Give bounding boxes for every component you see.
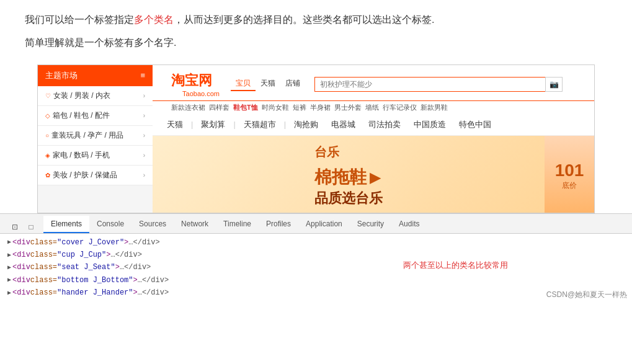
toy-icon: ○ [45,132,49,139]
expand-icon-3[interactable]: ▶ [7,262,11,273]
taobao-header: 淘宝网 Taobao.com 宝贝 天猫 店铺 📷 [153,65,594,101]
link-xiebao[interactable]: 鞋包T恤 [233,103,258,112]
dom-val-5: "hander J_Hander" [57,286,133,299]
dom-tag-4: <div [12,274,30,286]
chevron-right-icon-3: › [143,132,145,139]
text-prefix: 我们可以给一个标签指定 [25,14,134,25]
sidebar-item-4[interactable]: ◈家电 / 数码 / 手机 › [38,146,153,166]
taobao-sidebar: 主题市场 ≡ ♡女装 / 男装 / 内衣 › ◇箱包 / 鞋包 / 配件 › ○… [38,65,153,213]
quick-links: 新款连衣裙 四样套 鞋包T恤 时尚女鞋 短裤 半身裙 男士外套 墙纸 行车记录仪… [153,101,594,114]
tab-sources[interactable]: Sources [131,216,174,233]
link-banskirt[interactable]: 半身裙 [310,103,331,112]
dom-tag-5: <div [12,286,30,299]
taobao-logo-area: 淘宝网 Taobao.com [171,71,231,97]
dom-attr-2: class= [30,249,57,261]
navbar-zhizao[interactable]: 中国质造 [409,117,451,132]
tab-timeline[interactable]: Timeline [216,216,259,233]
link-lianyi[interactable]: 新款连衣裙 [171,103,205,112]
search-input[interactable] [314,77,563,92]
tab-network[interactable]: Network [174,216,216,233]
dom-tag-3: <div [12,261,30,273]
dom-close-3: > [115,261,120,273]
dom-attr-5: class= [30,286,57,299]
screenshot-frame: 主题市场 ≡ ♡女装 / 男装 / 内衣 › ◇箱包 / 鞋包 / 配件 › ○… [37,64,595,213]
chevron-right-icon-1: › [143,92,145,99]
dom-val-3: "seat J_Seat" [57,261,115,273]
dom-attr-1: class= [30,236,57,249]
inspect-icon[interactable]: ⊡ [9,221,21,233]
dom-close-1: > [124,236,128,249]
nav-item-tianmao[interactable]: 天猫 [256,77,280,91]
sidebar-item-5-text: 美妆 / 护肤 / 保健品 [53,171,117,179]
text-area: 我们可以给一个标签指定多个类名，从而达到更多的选择目的。这些类名都可以选出这个标… [0,0,632,58]
sidebar-item-5[interactable]: ✿美妆 / 护肤 / 保健品 › [38,166,153,185]
expand-icon-4[interactable]: ▶ [7,275,11,285]
dom-ellipsis-4: …</div> [138,274,169,286]
tab-security[interactable]: Security [350,216,391,233]
expand-icon-1[interactable]: ▶ [7,237,11,247]
tab-audits[interactable]: Audits [391,216,427,233]
link-siyangtao[interactable]: 四样套 [209,103,229,112]
dom-line-3: ▶ <div class= "seat J_Seat" > …</div> 两个… [7,261,625,273]
dom-ellipsis-3: …</div> [120,261,151,273]
sidebar-title: 主题市场 [45,70,78,81]
banner-area: 台乐 棉拖鞋 ▶ 品质选台乐 101 底价 [153,136,594,213]
link-duanku[interactable]: 短裤 [293,103,306,112]
dom-close-2: > [106,249,110,261]
banner-main-text: 棉拖鞋 [314,166,367,189]
dom-line-1: ▶ <div class= "cover J_Cover" > …</div> [7,236,625,249]
taobao-navbar: 天猫 | 聚划算 | 天猫超市 | 淘抢购 电器城 司法拍卖 中国质造 特色中国 [153,114,594,136]
link-shinv[interactable]: 时尚女鞋 [262,103,289,112]
navbar-pamai[interactable]: 司法拍卖 [363,117,406,132]
sidebar-menu-icon: ≡ [140,71,145,80]
link-nanshirt[interactable]: 男士外套 [334,103,362,112]
nav-item-baobei[interactable]: 宝贝 [231,77,256,91]
taobao-logo: 淘宝网 [171,71,212,90]
dom-ellipsis-1: …</div> [128,236,159,249]
banner-right: 101 底价 [545,136,594,213]
heart-icon: ♡ [45,92,51,99]
dom-val-1: "cover J_Cover" [57,236,124,249]
dom-tag-2: <div [12,249,30,261]
link-dashcam[interactable]: 行车记录仪 [383,103,417,112]
navbar-dianzicheng[interactable]: 电器城 [326,117,360,132]
text-line-2: 简单理解就是一个标签有多个名字. [25,34,607,52]
sidebar-item-2-text: 箱包 / 鞋包 / 配件 [53,111,110,120]
sidebar-item-1[interactable]: ♡女装 / 男装 / 内衣 › [38,86,153,106]
bag-icon: ◇ [45,112,50,119]
banner-main: 台乐 棉拖鞋 ▶ 品质选台乐 [153,136,545,213]
navbar-taoqianggou[interactable]: 淘抢购 [289,117,323,132]
expand-icon-5[interactable]: ▶ [7,288,11,298]
tab-application[interactable]: Application [298,216,350,233]
sidebar-item-2[interactable]: ◇箱包 / 鞋包 / 配件 › [38,106,153,126]
nav-item-dianpu[interactable]: 店铺 [280,77,305,91]
search-button[interactable]: 📷 [545,77,563,92]
expand-icon-2[interactable]: ▶ [7,250,11,260]
sidebar-item-4-text: 家电 / 数码 / 手机 [53,151,110,159]
page-container: 我们可以给一个标签指定多个类名，从而达到更多的选择目的。这些类名都可以选出这个标… [0,0,632,319]
link-wallpaper[interactable]: 墙纸 [365,103,379,112]
banner-101: 101 [555,161,584,180]
tab-profiles[interactable]: Profiles [259,216,298,233]
banner-content: 台乐 棉拖鞋 ▶ 品质选台乐 [305,136,392,213]
navbar-tianmaochao[interactable]: 天猫超市 [239,117,281,132]
navbar-tese[interactable]: 特色中国 [454,117,496,132]
navbar-tianmao[interactable]: 天猫 [162,117,188,132]
dom-close-4: > [133,274,137,286]
search-bar: 📷 [314,77,563,92]
chevron-right-icon-4: › [143,152,145,159]
devtools-content: ▶ <div class= "cover J_Cover" > …</div> … [0,234,632,302]
device-icon[interactable]: □ [25,221,37,233]
dom-ellipsis-5: …</div> [138,286,169,299]
link-newmen[interactable]: 新款男鞋 [421,103,448,112]
devtools-tabs: ⊡ □ Elements Console Sources Network Tim… [0,214,632,234]
taobao-main: 淘宝网 Taobao.com 宝贝 天猫 店铺 📷 新款连衣裙 [153,65,594,213]
navbar-juhuasuan[interactable]: 聚划算 [196,117,230,132]
tab-elements[interactable]: Elements [43,216,89,233]
tab-console[interactable]: Console [89,216,131,233]
devtools-icons: ⊡ □ [5,221,41,233]
sidebar-item-3[interactable]: ○童装玩具 / 孕产 / 用品 › [38,126,153,146]
nav-sep-3: | [284,120,286,129]
nav-sep-2: | [233,120,235,129]
sidebar-header: 主题市场 ≡ [38,65,153,86]
